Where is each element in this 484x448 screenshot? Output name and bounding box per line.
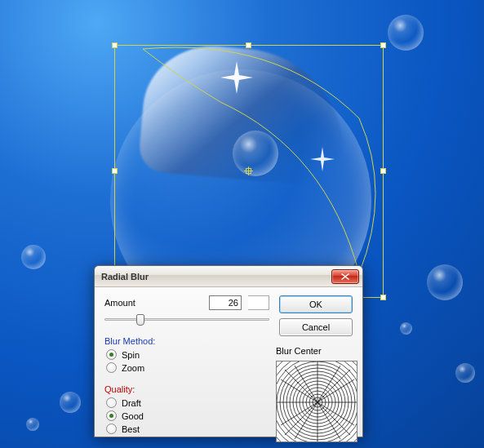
bubble-decoration: [400, 322, 412, 335]
radio-icon: [106, 349, 117, 360]
sparkle-icon: [220, 61, 253, 94]
svg-line-28: [317, 402, 340, 439]
svg-marker-1: [310, 147, 335, 171]
transform-handle[interactable]: [380, 168, 386, 174]
svg-line-27: [295, 366, 317, 402]
radio-label: Draft: [122, 398, 141, 408]
radio-icon: [106, 410, 117, 421]
cancel-button[interactable]: Cancel: [279, 318, 353, 336]
slider-track: [104, 318, 269, 321]
radio-icon: [106, 397, 117, 408]
radio-zoom[interactable]: Zoom: [106, 362, 269, 373]
transform-handle[interactable]: [112, 42, 118, 48]
svg-line-23: [281, 379, 317, 402]
svg-marker-0: [220, 61, 253, 94]
amount-label: Amount: [104, 298, 202, 308]
svg-line-22: [295, 402, 317, 439]
blur-method-group-label: Blur Method:: [104, 336, 269, 346]
radio-label: Spin: [122, 350, 140, 360]
radio-good[interactable]: Good: [106, 410, 269, 421]
bubble-decoration: [21, 245, 46, 269]
svg-line-24: [317, 402, 354, 425]
bubble-decoration: [427, 264, 463, 300]
radio-draft[interactable]: Draft: [106, 397, 269, 408]
transform-handle[interactable]: [246, 42, 251, 48]
slider-thumb[interactable]: [136, 314, 144, 326]
radio-icon: [106, 424, 117, 434]
amount-slider[interactable]: [104, 313, 269, 328]
svg-line-26: [281, 402, 317, 425]
transform-handle[interactable]: [380, 295, 386, 300]
radio-label: Good: [122, 411, 144, 421]
transform-handle[interactable]: [380, 42, 386, 48]
amount-input[interactable]: [209, 295, 242, 310]
radio-best[interactable]: Best: [106, 424, 269, 434]
radio-spin[interactable]: Spin: [106, 349, 269, 360]
blur-center-label: Blur Center: [276, 346, 359, 356]
amount-secondary-field[interactable]: [248, 295, 269, 310]
radio-label: Best: [122, 424, 140, 434]
quality-group-label: Quality:: [104, 384, 269, 394]
close-icon: [341, 273, 349, 280]
sparkle-icon: [310, 147, 335, 171]
bubble-decoration: [26, 418, 39, 431]
ok-button[interactable]: OK: [279, 295, 353, 313]
close-button[interactable]: [331, 269, 359, 284]
svg-line-21: [317, 366, 340, 402]
bubble-decoration: [455, 363, 475, 383]
bubble-decoration: [60, 392, 81, 413]
bubble-decoration: [388, 15, 424, 51]
radio-label: Zoom: [122, 363, 144, 373]
svg-line-25: [317, 379, 354, 402]
blur-center-pattern: [277, 362, 357, 442]
dialog-title: Radial Blur: [101, 272, 149, 282]
bubble-decoration: [233, 131, 278, 176]
blur-center-preview[interactable]: [276, 361, 357, 442]
dialog-titlebar[interactable]: Radial Blur: [95, 266, 362, 287]
radio-icon: [106, 362, 117, 373]
